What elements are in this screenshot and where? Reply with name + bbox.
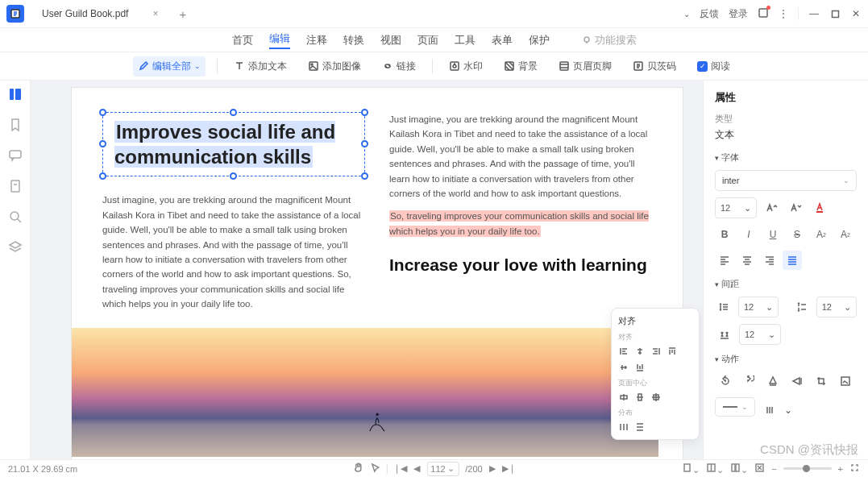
heading-2[interactable]: Increase your love with learning bbox=[389, 251, 652, 279]
flip-h-icon[interactable] bbox=[787, 371, 807, 391]
menu-home[interactable]: 首页 bbox=[232, 33, 253, 48]
page-number-input[interactable]: 112⌄ bbox=[426, 462, 459, 476]
bold-icon[interactable]: B bbox=[715, 225, 734, 244]
para-spacing-icon[interactable] bbox=[793, 297, 812, 317]
feature-search[interactable]: 功能搜索 bbox=[582, 33, 637, 48]
superscript-icon[interactable]: A2 bbox=[812, 225, 831, 244]
layers-icon[interactable] bbox=[8, 240, 23, 255]
distribute-h-icon[interactable] bbox=[618, 421, 629, 433]
center-both-icon[interactable] bbox=[650, 392, 662, 403]
fit-icon[interactable] bbox=[754, 462, 765, 475]
window-minimize[interactable]: — bbox=[808, 8, 820, 19]
align-center-v-icon[interactable] bbox=[618, 362, 629, 373]
menu-convert[interactable]: 转换 bbox=[343, 33, 364, 48]
more-icon[interactable]: ⋮ bbox=[779, 8, 788, 19]
bookmark-icon[interactable] bbox=[8, 118, 23, 132]
align-bottom-icon[interactable] bbox=[634, 362, 646, 373]
line-style-select[interactable]: ⌄ bbox=[715, 397, 755, 417]
char-spacing-icon[interactable] bbox=[715, 325, 734, 344]
search-icon[interactable] bbox=[8, 209, 23, 224]
menu-edit[interactable]: 编辑 bbox=[269, 31, 290, 49]
align-justify-icon[interactable] bbox=[783, 251, 802, 270]
paragraph[interactable]: Just imagine, you are trekking around th… bbox=[389, 112, 652, 201]
font-family-select[interactable]: inter⌄ bbox=[715, 170, 857, 191]
font-increase-icon[interactable] bbox=[762, 198, 781, 218]
paragraph[interactable]: Just imagine, you are trekking around th… bbox=[102, 193, 365, 311]
rotate-right-icon[interactable] bbox=[739, 371, 758, 391]
resize-handle[interactable] bbox=[361, 140, 368, 147]
resize-handle[interactable] bbox=[99, 172, 106, 180]
highlighted-text[interactable]: So, traveling improves your communicatio… bbox=[389, 209, 652, 238]
resize-handle[interactable] bbox=[99, 109, 106, 116]
resize-handle[interactable] bbox=[230, 109, 237, 116]
thumbnails-icon[interactable] bbox=[8, 87, 23, 102]
notification-icon[interactable] bbox=[758, 7, 769, 21]
align-left-icon[interactable] bbox=[715, 251, 734, 270]
add-image-button[interactable]: 添加图像 bbox=[303, 56, 366, 77]
resize-handle[interactable] bbox=[361, 109, 368, 116]
hero-image[interactable] bbox=[72, 328, 658, 457]
header-footer-button[interactable]: 页眉页脚 bbox=[554, 56, 617, 77]
align-center-h-icon[interactable] bbox=[634, 346, 646, 357]
chevron-down-icon[interactable]: ⌄ bbox=[784, 404, 792, 416]
document-canvas[interactable]: Improves social life and communication s… bbox=[31, 81, 703, 459]
last-page-icon[interactable]: ▶❘ bbox=[502, 463, 516, 474]
center-h-icon[interactable] bbox=[618, 392, 629, 403]
resize-handle[interactable] bbox=[361, 172, 368, 180]
align-center-icon[interactable] bbox=[737, 251, 757, 270]
watermark-button[interactable]: 水印 bbox=[444, 56, 488, 77]
underline-icon[interactable]: U bbox=[763, 225, 783, 244]
distribute-v-icon[interactable] bbox=[634, 421, 646, 433]
crop-icon[interactable] bbox=[812, 371, 831, 391]
menu-tools[interactable]: 工具 bbox=[455, 33, 476, 48]
bates-button[interactable]: 贝茨码 bbox=[628, 56, 681, 77]
menu-comment[interactable]: 注释 bbox=[306, 33, 327, 48]
view-mode-2-icon[interactable]: ⌄ bbox=[706, 462, 724, 475]
read-toggle[interactable]: ✓阅读 bbox=[692, 56, 735, 77]
window-maximize[interactable] bbox=[829, 8, 841, 19]
font-decrease-icon[interactable] bbox=[786, 198, 805, 218]
align-top-icon[interactable] bbox=[667, 346, 678, 357]
menu-page[interactable]: 页面 bbox=[417, 33, 438, 48]
view-mode-3-icon[interactable]: ⌄ bbox=[730, 462, 748, 475]
flip-v-icon[interactable] bbox=[763, 371, 783, 391]
attachment-icon[interactable] bbox=[8, 179, 23, 193]
heading-1[interactable]: Improves social life and communication s… bbox=[114, 119, 353, 169]
menu-protect[interactable]: 保护 bbox=[529, 33, 550, 48]
background-button[interactable]: 背景 bbox=[499, 56, 542, 77]
text-selection-box[interactable]: Improves social life and communication s… bbox=[102, 112, 365, 176]
para-spacing-input[interactable]: 12⌄ bbox=[816, 297, 857, 317]
font-section[interactable]: 字体 bbox=[715, 151, 857, 164]
center-v-icon[interactable] bbox=[634, 392, 646, 403]
strikethrough-icon[interactable]: S bbox=[787, 225, 807, 244]
zoom-slider[interactable] bbox=[783, 467, 832, 470]
subscript-icon[interactable]: A2 bbox=[836, 225, 855, 244]
hand-tool-icon[interactable] bbox=[352, 462, 363, 475]
font-size-input[interactable]: 12⌄ bbox=[715, 197, 757, 218]
edit-all-button[interactable]: 编辑全部 ⌄ bbox=[133, 56, 206, 77]
fullscreen-icon[interactable] bbox=[849, 462, 860, 475]
menu-view[interactable]: 视图 bbox=[380, 33, 401, 48]
zoom-in-icon[interactable]: + bbox=[838, 464, 843, 474]
add-text-button[interactable]: 添加文本 bbox=[229, 56, 292, 77]
spacing-bars-icon[interactable] bbox=[760, 400, 779, 420]
comment-icon[interactable] bbox=[8, 148, 23, 163]
next-page-icon[interactable]: ▶ bbox=[489, 463, 496, 474]
align-left-icon[interactable] bbox=[618, 346, 629, 357]
font-color-icon[interactable] bbox=[810, 198, 829, 218]
chevron-down-icon[interactable]: ⌄ bbox=[683, 10, 690, 19]
zoom-out-icon[interactable]: − bbox=[771, 464, 776, 474]
action-section[interactable]: 动作 bbox=[715, 353, 857, 365]
feedback-link[interactable]: 反馈 bbox=[700, 7, 719, 21]
window-close[interactable]: ✕ bbox=[850, 8, 862, 19]
resize-handle[interactable] bbox=[99, 140, 106, 147]
document-tab[interactable]: User Guild Book.pdf × bbox=[32, 5, 168, 23]
view-mode-1-icon[interactable]: ⌄ bbox=[682, 462, 700, 475]
new-tab-button[interactable]: + bbox=[179, 7, 186, 21]
login-link[interactable]: 登录 bbox=[729, 7, 748, 21]
spacing-section[interactable]: 间距 bbox=[715, 278, 857, 290]
line-spacing-icon[interactable] bbox=[715, 297, 733, 317]
menu-form[interactable]: 表单 bbox=[492, 33, 513, 48]
align-right-icon[interactable] bbox=[760, 251, 779, 270]
rotate-left-icon[interactable] bbox=[715, 371, 734, 391]
